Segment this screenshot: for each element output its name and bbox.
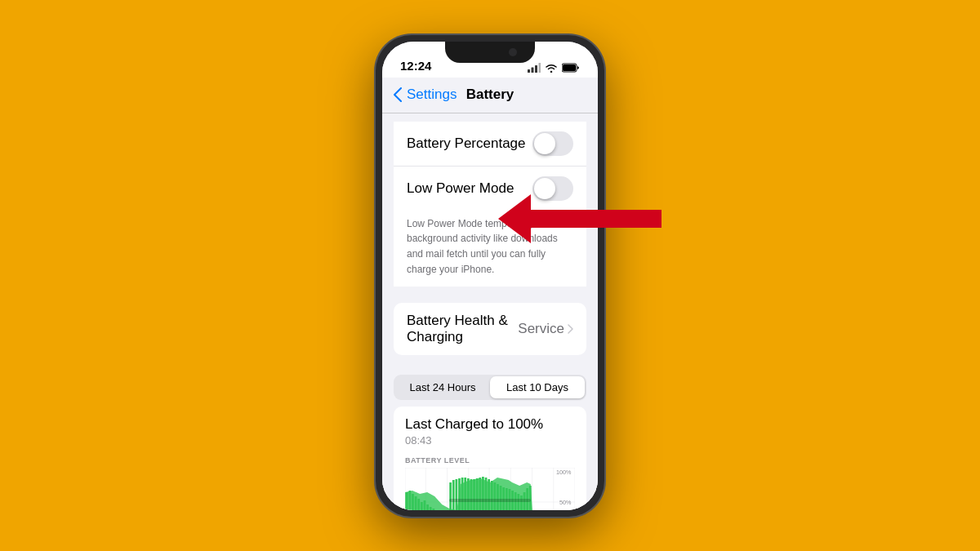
svg-rect-5 [563,64,576,71]
scene: 12:24 [0,0,980,551]
svg-rect-44 [482,477,484,510]
svg-rect-48 [494,482,497,510]
wifi-icon [545,63,558,73]
svg-rect-41 [473,479,475,510]
tab-10d[interactable]: Last 10 Days [490,376,585,398]
status-icons [528,63,580,73]
nav-title: Battery [466,87,514,103]
battery-health-row[interactable]: Battery Health & Charging Service [394,303,586,355]
svg-rect-46 [488,479,490,510]
svg-rect-45 [485,478,488,510]
svg-rect-47 [491,481,493,510]
svg-rect-49 [497,484,499,510]
svg-rect-24 [421,502,423,510]
battery-percentage-label: Battery Percentage [407,136,526,152]
svg-rect-38 [464,478,466,510]
svg-rect-42 [476,478,479,510]
svg-rect-39 [467,478,470,510]
status-time: 12:24 [400,59,431,73]
chevron-right-icon [568,324,573,334]
svg-rect-57 [520,495,523,510]
svg-rect-22 [415,496,417,510]
svg-rect-21 [412,494,414,510]
battery-level-label: BATTERY LEVEL [405,456,575,464]
svg-rect-36 [458,478,461,510]
svg-rect-35 [455,479,457,510]
svg-rect-27 [430,507,432,510]
battery-percentage-row: Battery Percentage [394,122,586,167]
svg-rect-3 [539,63,541,73]
battery-icon [562,63,580,73]
arrow-body [531,210,662,228]
svg-rect-40 [470,479,473,510]
tab-24h[interactable]: Last 24 Hours [395,376,490,398]
home-indicator [449,499,531,502]
notch-camera [509,48,517,56]
back-chevron-icon [394,87,402,102]
svg-rect-34 [452,480,455,510]
battery-health-label: Battery Health & Charging [407,313,518,345]
screen: 12:24 [382,42,598,510]
status-bar: 12:24 [382,42,598,78]
svg-rect-43 [479,478,481,510]
svg-rect-25 [424,500,426,510]
signal-icon [528,63,541,73]
time-selector: Last 24 Hours Last 10 Days [394,375,586,400]
last-charged-title: Last Charged to 100% [405,416,575,433]
scroll-content: Battery Percentage Low Power Mode [382,113,598,510]
toggle-thumb [534,133,555,154]
svg-rect-23 [417,499,420,510]
arrow-head [498,194,531,243]
svg-rect-26 [426,504,429,510]
nav-bar: Settings Battery [382,78,598,113]
nav-back[interactable]: Settings [394,87,457,103]
phone: 12:24 [376,35,604,517]
svg-rect-2 [535,65,537,73]
svg-text:50%: 50% [559,498,572,505]
last-charged-time: 08:43 [405,434,575,447]
svg-rect-19 [406,492,408,510]
battery-health-status: Service [518,321,564,337]
svg-rect-56 [517,494,519,510]
red-arrow [498,194,662,243]
svg-rect-1 [532,67,534,73]
svg-rect-37 [461,478,464,510]
svg-rect-28 [432,509,434,510]
svg-text:100%: 100% [556,468,572,475]
chart-area: Last Charged to 100% 08:43 BATTERY LEVEL [394,407,586,510]
svg-rect-33 [449,482,452,510]
battery-chart: 100% 50% 0% [405,468,575,510]
back-label: Settings [407,87,457,103]
svg-rect-0 [528,69,530,73]
battery-percentage-toggle[interactable] [532,131,573,156]
notch [445,42,535,63]
svg-rect-20 [409,491,412,510]
battery-health-value: Service [518,321,573,337]
